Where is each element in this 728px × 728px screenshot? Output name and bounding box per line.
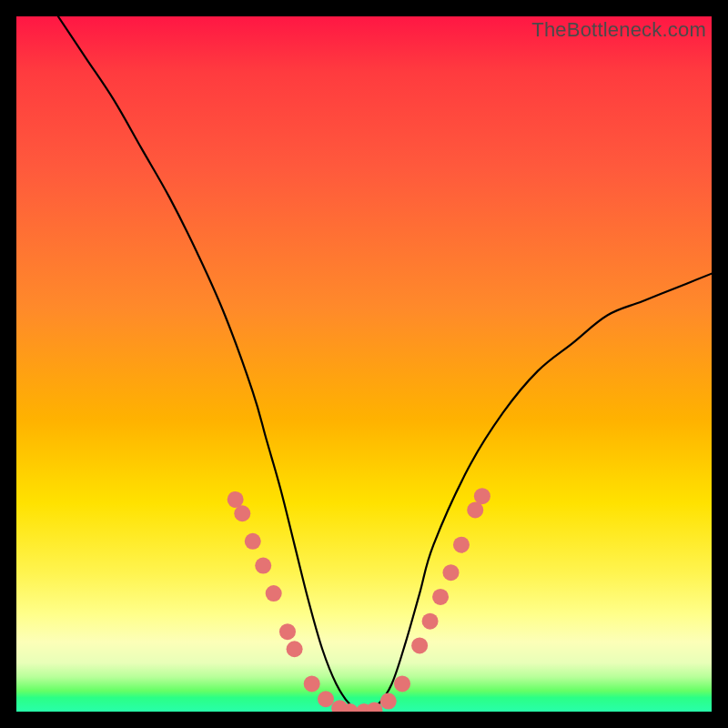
curve-marker — [318, 691, 334, 707]
curve-marker — [287, 641, 303, 657]
chart-svg — [16, 16, 712, 712]
curve-marker — [266, 585, 282, 602]
chart-plot-area: TheBottleneck.com — [16, 16, 712, 712]
curve-marker — [304, 675, 320, 692]
curve-marker — [279, 623, 296, 640]
curve-marker — [467, 501, 483, 518]
curve-marker — [245, 533, 261, 550]
curve-marker — [380, 693, 397, 710]
curve-marker — [394, 675, 410, 692]
curve-marker — [411, 637, 428, 653]
curve-marker — [432, 589, 449, 605]
bottleneck-curve — [58, 16, 712, 712]
curve-marker — [228, 491, 244, 508]
curve-marker — [474, 488, 490, 504]
curve-marker — [255, 558, 271, 574]
curve-marker — [443, 564, 460, 581]
curve-marker — [234, 505, 250, 521]
curve-markers — [228, 488, 490, 712]
curve-marker — [422, 613, 439, 630]
curve-marker — [453, 537, 470, 553]
chart-frame: TheBottleneck.com — [0, 0, 728, 728]
